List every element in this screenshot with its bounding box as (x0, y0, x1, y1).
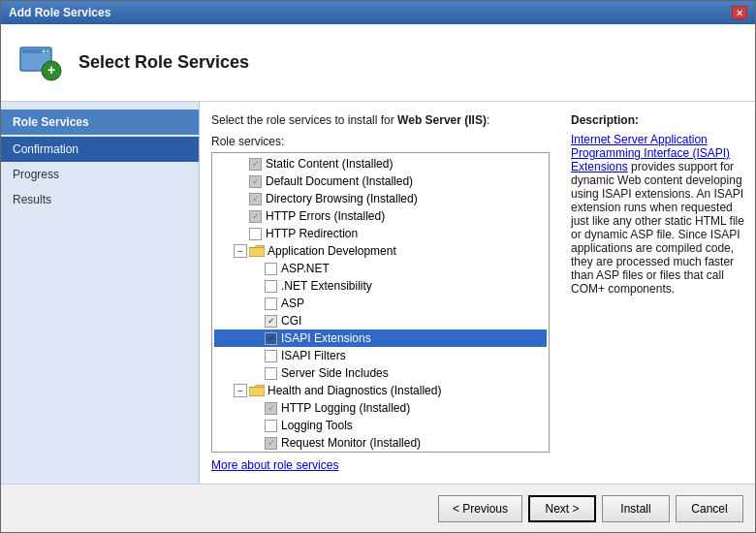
svg-point-3 (43, 49, 46, 52)
window-title: Add Role Services (9, 6, 110, 19)
checkbox-dir-browsing[interactable] (249, 193, 262, 205)
description-title: Description: (571, 113, 745, 127)
tree-row-isapi-ext[interactable]: ISAPI Extensions (214, 329, 547, 347)
main-content: Role Services Confirmation Progress Resu… (1, 102, 755, 484)
sidebar-item-confirmation[interactable]: Confirmation (1, 137, 199, 162)
checkbox-net-ext[interactable] (265, 280, 277, 293)
instruction-text: Select the role services to install for … (211, 113, 550, 127)
title-bar: Add Role Services ✕ (1, 1, 755, 24)
tree-row-ssi[interactable]: Server Side Includes (214, 364, 547, 382)
checkbox-static-content[interactable] (249, 158, 262, 171)
tree-row-net-ext[interactable]: .NET Extensibility (214, 277, 547, 295)
next-button[interactable]: Next > (528, 495, 596, 522)
tree-row-http-errors[interactable]: HTTP Errors (Installed) (214, 207, 547, 225)
checkbox-http-logging[interactable] (265, 402, 277, 415)
checkbox-asp[interactable] (265, 298, 277, 310)
page-title: Select Role Services (79, 52, 249, 73)
tree-row-health-diag[interactable]: − Health and Diagnostics (Installed) (214, 382, 547, 399)
header-icon: + (16, 40, 63, 86)
tree-row-static-content[interactable]: Static Content (Installed) (214, 155, 547, 172)
close-button[interactable]: ✕ (732, 6, 747, 19)
bottom-bar: < Previous Next > Install Cancel (1, 484, 755, 532)
tree-row-isapi-filters[interactable]: ISAPI Filters (214, 347, 547, 364)
role-services-tree[interactable]: Static Content (Installed) Default Docum… (211, 152, 550, 453)
cancel-button[interactable]: Cancel (676, 495, 743, 522)
tree-row-dir-browsing[interactable]: Directory Browsing (Installed) (214, 190, 547, 207)
checkbox-default-doc[interactable] (249, 175, 262, 188)
folder-icon-health (249, 384, 265, 397)
checkbox-isapi-ext[interactable] (265, 332, 277, 345)
sidebar: Role Services Confirmation Progress Resu… (1, 102, 200, 484)
sidebar-item-progress[interactable]: Progress (1, 162, 199, 187)
left-panel: Select the role services to install for … (200, 102, 561, 484)
checkbox-aspnet[interactable] (265, 263, 277, 275)
checkbox-http-redir[interactable] (249, 228, 262, 240)
role-services-label: Role services: (211, 135, 550, 148)
checkbox-isapi-filters[interactable] (265, 350, 277, 362)
tree-row-asp[interactable]: ASP (214, 295, 547, 312)
install-button[interactable]: Install (602, 495, 670, 522)
main-window: Add Role Services ✕ + Select Role Servic… (0, 0, 756, 533)
tree-row-app-dev[interactable]: − Application Development (214, 242, 547, 260)
tree-row-tracing[interactable]: Tracing (214, 452, 547, 453)
tree-row-req-monitor[interactable]: Request Monitor (Installed) (214, 434, 547, 452)
checkbox-req-monitor[interactable] (265, 437, 277, 450)
previous-button[interactable]: < Previous (438, 495, 522, 522)
folder-icon-app-dev (249, 244, 265, 258)
checkbox-ssi[interactable] (265, 367, 277, 380)
tree-row-http-redir[interactable]: HTTP Redirection (214, 225, 547, 242)
tree-row-cgi[interactable]: CGI (214, 312, 547, 329)
description-panel: Description: Internet Server Application… (561, 102, 755, 484)
header-area: + Select Role Services (1, 24, 755, 102)
tree-row-logging-tools[interactable]: Logging Tools (214, 417, 547, 434)
tree-row-aspnet[interactable]: ASP.NET (214, 260, 547, 277)
tree-row-default-doc[interactable]: Default Document (Installed) (214, 172, 547, 190)
tree-row-http-logging[interactable]: HTTP Logging (Installed) (214, 399, 547, 417)
checkbox-logging-tools[interactable] (265, 420, 277, 432)
checkbox-http-errors[interactable] (249, 210, 262, 223)
sidebar-item-results[interactable]: Results (1, 187, 199, 212)
content-area: Select the role services to install for … (200, 102, 755, 484)
checkbox-cgi[interactable] (265, 315, 277, 328)
more-link[interactable]: More about role services (211, 458, 550, 472)
description-body: Internet Server Application Programming … (571, 133, 745, 296)
sidebar-section-header: Role Services (1, 110, 199, 135)
svg-text:+: + (47, 62, 55, 78)
description-text: provides support for dynamic Web content… (571, 160, 744, 296)
expander-health-diag[interactable]: − (234, 384, 247, 397)
svg-rect-1 (22, 49, 49, 53)
expander-app-dev[interactable]: − (234, 244, 247, 258)
svg-point-2 (47, 49, 49, 52)
